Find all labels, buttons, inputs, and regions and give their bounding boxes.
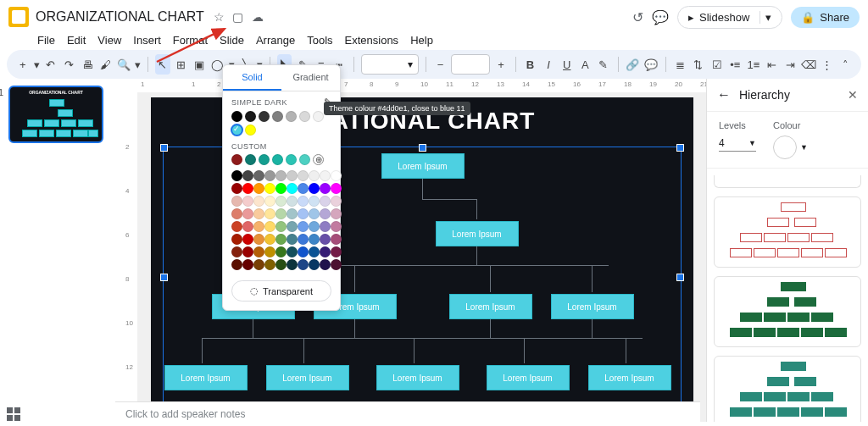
- slide-thumb-1[interactable]: ORGANIZATIONAL CHART: [8, 86, 103, 143]
- zoom-button[interactable]: 🔍: [116, 54, 131, 75]
- menu-edit[interactable]: Edit: [67, 34, 86, 47]
- standard-swatch[interactable]: [309, 246, 320, 257]
- standard-swatch[interactable]: [309, 221, 320, 232]
- template-option[interactable]: [714, 175, 861, 188]
- standard-swatch[interactable]: [331, 183, 342, 194]
- standard-swatch[interactable]: [231, 246, 242, 257]
- star-icon[interactable]: ☆: [214, 10, 225, 24]
- standard-swatch[interactable]: [309, 183, 320, 194]
- template-option[interactable]: [714, 276, 861, 347]
- standard-swatch[interactable]: [298, 208, 309, 219]
- standard-swatch[interactable]: [264, 196, 275, 207]
- standard-swatch[interactable]: [231, 208, 242, 219]
- standard-swatch[interactable]: [242, 196, 253, 207]
- standard-swatch[interactable]: [298, 234, 309, 245]
- list-checklist[interactable]: ☑: [709, 54, 725, 75]
- font-size-input[interactable]: [451, 54, 490, 75]
- tab-gradient[interactable]: Gradient: [281, 65, 340, 91]
- standard-swatch[interactable]: [231, 259, 242, 270]
- standard-swatch[interactable]: [298, 246, 309, 257]
- standard-swatch[interactable]: [264, 246, 275, 257]
- text-colour-button[interactable]: A: [578, 54, 593, 75]
- standard-swatch[interactable]: [320, 234, 331, 245]
- standard-swatch[interactable]: [320, 196, 331, 207]
- standard-swatch[interactable]: [242, 246, 253, 257]
- menu-extensions[interactable]: Extensions: [345, 34, 399, 47]
- standard-swatch[interactable]: [287, 259, 298, 270]
- font-family-select[interactable]: ▾: [361, 54, 419, 75]
- standard-swatch[interactable]: [320, 259, 331, 270]
- org-box[interactable]: Lorem Ipsum: [487, 365, 570, 390]
- standard-swatch[interactable]: [320, 246, 331, 257]
- custom-swatch[interactable]: [231, 154, 242, 165]
- standard-swatch[interactable]: [331, 234, 342, 245]
- standard-swatch[interactable]: [309, 234, 320, 245]
- speaker-notes[interactable]: Click to add speaker notes: [115, 401, 700, 426]
- standard-swatch[interactable]: [298, 221, 309, 232]
- custom-swatch[interactable]: [286, 154, 297, 165]
- standard-swatch[interactable]: [253, 221, 264, 232]
- standard-swatch[interactable]: [253, 170, 264, 181]
- theme-swatch[interactable]: [286, 111, 297, 122]
- theme-swatch[interactable]: [245, 111, 256, 122]
- custom-swatch[interactable]: [245, 154, 256, 165]
- standard-swatch[interactable]: [331, 259, 342, 270]
- standard-swatch[interactable]: [309, 170, 320, 181]
- add-custom-colour[interactable]: ⊕: [313, 154, 324, 165]
- template-option[interactable]: [714, 196, 861, 268]
- template-option[interactable]: [714, 356, 861, 422]
- org-box[interactable]: Lorem Ipsum: [551, 294, 634, 319]
- custom-swatch[interactable]: [299, 154, 310, 165]
- standard-swatch[interactable]: [275, 170, 287, 181]
- cloud-icon[interactable]: ☁: [252, 10, 264, 24]
- line-spacing-button[interactable]: ⇅: [691, 54, 706, 75]
- custom-swatch[interactable]: [259, 154, 270, 165]
- new-slide-dropdown[interactable]: ▾: [34, 54, 40, 75]
- org-box[interactable]: Lorem Ipsum: [376, 365, 459, 390]
- link-button[interactable]: 🔗: [626, 54, 641, 75]
- menu-slide[interactable]: Slide: [220, 34, 244, 47]
- paint-format-button[interactable]: 🖌: [98, 54, 114, 75]
- colour-select[interactable]: ▼: [773, 136, 808, 159]
- org-box[interactable]: Lorem Ipsum: [436, 221, 519, 246]
- standard-swatch[interactable]: [309, 208, 320, 219]
- menu-view[interactable]: View: [97, 34, 121, 47]
- slideshow-button[interactable]: ▸ Slideshow ▾: [677, 6, 782, 29]
- org-box[interactable]: Lorem Ipsum: [381, 153, 465, 179]
- align-button[interactable]: ≣: [673, 54, 688, 75]
- select-tool[interactable]: ↖: [155, 54, 170, 75]
- underline-button[interactable]: U: [559, 54, 575, 75]
- transparent-button[interactable]: ◌ Transparent: [231, 280, 331, 302]
- levels-select[interactable]: 4 ▼: [719, 136, 756, 152]
- standard-swatch[interactable]: [320, 221, 331, 232]
- share-button[interactable]: 🔒 Share: [791, 7, 860, 28]
- back-icon[interactable]: ←: [717, 87, 731, 102]
- highlight-button[interactable]: ✎: [596, 54, 611, 75]
- standard-swatch[interactable]: [275, 259, 287, 270]
- doc-title[interactable]: ORGANIZATIONAL CHART: [36, 9, 204, 25]
- standard-swatch[interactable]: [309, 259, 320, 270]
- standard-swatch[interactable]: [275, 196, 287, 207]
- standard-swatch[interactable]: [320, 208, 331, 219]
- standard-swatch[interactable]: [242, 259, 253, 270]
- standard-swatch[interactable]: [331, 170, 342, 181]
- print-button[interactable]: 🖶: [80, 54, 95, 75]
- list-number[interactable]: 1≡: [746, 54, 761, 75]
- standard-swatch[interactable]: [287, 234, 298, 245]
- indent-inc[interactable]: ⇥: [782, 54, 798, 75]
- standard-swatch[interactable]: [287, 221, 298, 232]
- org-box[interactable]: Lorem Ipsum: [266, 365, 349, 390]
- standard-swatch[interactable]: [231, 234, 242, 245]
- bold-button[interactable]: B: [523, 54, 538, 75]
- standard-swatch[interactable]: [264, 208, 275, 219]
- theme-swatch[interactable]: [231, 111, 242, 122]
- standard-swatch[interactable]: [331, 208, 342, 219]
- slides-logo[interactable]: [8, 7, 29, 27]
- standard-swatch[interactable]: [231, 221, 242, 232]
- move-icon[interactable]: ▢: [232, 10, 243, 24]
- menu-tools[interactable]: Tools: [307, 34, 332, 47]
- standard-swatch[interactable]: [242, 234, 253, 245]
- standard-swatch[interactable]: [253, 208, 264, 219]
- standard-swatch[interactable]: [287, 183, 298, 194]
- standard-swatch[interactable]: [331, 221, 342, 232]
